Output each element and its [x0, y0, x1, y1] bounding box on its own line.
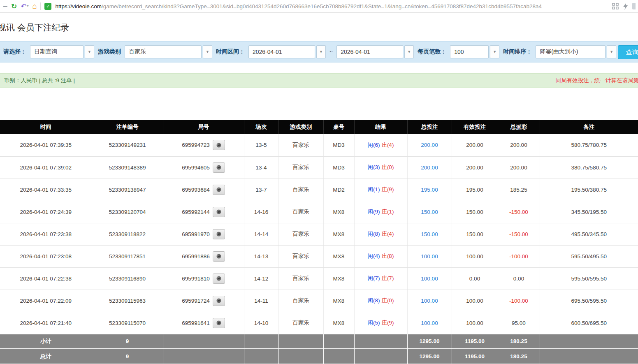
query-type-select[interactable]: 日期查询 ▼: [30, 45, 94, 58]
cell-bet-id: 523309120704: [92, 201, 163, 223]
lightning-icon[interactable]: [623, 3, 628, 10]
game-type-value[interactable]: 百家乐: [125, 45, 202, 58]
total-bet-link[interactable]: 195.00: [421, 187, 438, 193]
cell-table-no: MX8: [323, 312, 354, 334]
total-bet-link[interactable]: 100.00: [421, 276, 438, 282]
result-banker: 庄(4): [381, 231, 394, 237]
cell-payout: -150.00: [498, 223, 540, 245]
round-id-value: 695991810: [182, 276, 210, 282]
cell-table-no: MX8: [323, 223, 354, 245]
video-replay-button[interactable]: [213, 162, 225, 173]
total-bet-link[interactable]: 200.00: [421, 142, 438, 148]
sort-value[interactable]: 降幂(由大到小): [536, 45, 606, 58]
undo-arrow-glyph: ↶: [21, 3, 26, 10]
table-row: 2026-04-01 07:21:40523309115070695991641…: [0, 312, 638, 334]
table-row: 2026-04-01 07:23:38523309118822695991970…: [0, 223, 638, 245]
address-bar[interactable]: https://videoie.com/game/betrecord_searc…: [55, 3, 606, 9]
cell-round-id: 695991886: [163, 245, 244, 267]
col-result: 结果: [354, 120, 407, 134]
cell-payout: -100.00: [498, 290, 540, 312]
cell-session: 14-11: [244, 290, 278, 312]
page-size-value[interactable]: 100: [450, 45, 489, 58]
video-replay-button[interactable]: [213, 229, 225, 239]
video-replay-button[interactable]: [213, 207, 225, 217]
extensions-grid-icon[interactable]: [612, 3, 619, 9]
chevron-down-icon[interactable]: ▼: [404, 45, 414, 58]
cell-time: 2026-04-01 07:33:35: [0, 179, 92, 201]
cell-round-id: 695991724: [163, 290, 244, 312]
cell-payout: 200.00: [498, 156, 540, 179]
chevron-down-icon[interactable]: ▼: [316, 45, 326, 58]
cut-toolbar-icon[interactable]: [632, 3, 636, 9]
video-replay-button[interactable]: [213, 251, 225, 262]
video-replay-button[interactable]: [213, 318, 225, 328]
cell-total-bet: 195.00: [407, 179, 452, 201]
chevron-down-icon[interactable]: ▼: [85, 45, 94, 58]
valid-bet-notice-text: 同局有效投注，统一计算在该局第: [556, 77, 638, 84]
result-player: 闲(3): [368, 164, 380, 170]
table-row: 2026-04-01 07:39:02523309148389695994605…: [0, 156, 638, 179]
total-bet-link[interactable]: 150.00: [421, 209, 438, 215]
cell-total-bet: 200.00: [407, 134, 452, 156]
empty-cell: [278, 334, 323, 349]
cell-round-id: 695993684: [163, 179, 244, 201]
date-to-select[interactable]: 2026-04-01 ▼: [336, 45, 414, 58]
video-icon: [216, 187, 222, 192]
payout-value: -150.00: [509, 231, 528, 237]
summary-bar: 币别：人民币 | 总共 :9 注单 | 同局有效投注，统一计算在该局第: [0, 73, 638, 88]
video-replay-button[interactable]: [213, 185, 225, 195]
chevron-down-icon[interactable]: ▼: [607, 45, 616, 58]
query-type-value[interactable]: 日期查询: [30, 45, 84, 58]
refresh-icon[interactable]: ↻: [11, 3, 17, 10]
total-bet-link[interactable]: 150.00: [421, 231, 438, 237]
chevron-down-icon[interactable]: ▾: [27, 5, 29, 8]
video-icon: [216, 231, 222, 237]
date-range-tilde: ~: [329, 49, 333, 55]
video-icon: [216, 276, 222, 281]
page-size-select[interactable]: 100 ▼: [450, 45, 499, 58]
col-payout: 总派彩: [498, 120, 540, 134]
result-player: 闲(6): [368, 142, 380, 148]
date-from-value[interactable]: 2026-04-01: [248, 45, 315, 58]
cell-valid-bet: 200.00: [452, 156, 498, 179]
total-bet-link[interactable]: 100.00: [421, 253, 438, 260]
date-to-value[interactable]: 2026-04-01: [336, 45, 403, 58]
security-shield-icon[interactable]: ✓: [44, 3, 51, 10]
total-bet-link[interactable]: 200.00: [421, 165, 438, 171]
cell-valid-bet: 150.00: [452, 201, 498, 223]
cell-session: 14-16: [244, 201, 278, 223]
date-from-select[interactable]: 2026-04-01 ▼: [248, 45, 326, 58]
chevron-down-icon[interactable]: ▼: [490, 45, 499, 58]
sort-select[interactable]: 降幂(由大到小) ▼: [536, 45, 616, 58]
empty-cell: [323, 349, 354, 364]
home-icon[interactable]: ⌂: [32, 2, 37, 10]
cell-bet-id: 523309118822: [92, 223, 163, 245]
page-title: 视讯 会员下注纪录: [0, 22, 638, 33]
video-replay-button[interactable]: [213, 296, 225, 306]
game-type-select[interactable]: 百家乐 ▼: [125, 45, 212, 58]
result-player: 闲(8): [368, 297, 380, 304]
empty-cell: [323, 334, 354, 349]
total-bet-link[interactable]: 100.00: [421, 320, 438, 326]
subtotal-payout: 180.25: [498, 334, 540, 349]
cell-payout: -100.00: [498, 245, 540, 267]
cell-table-no: MD3: [323, 156, 354, 179]
total-payout: 180.25: [498, 349, 540, 364]
cell-valid-bet: 150.00: [452, 223, 498, 245]
search-button[interactable]: 查询: [618, 45, 638, 59]
cell-result: 闲(4) 庄(8): [354, 245, 407, 267]
cell-time: 2026-04-01 07:22:38: [0, 267, 92, 290]
subtotal-valid-bet: 1195.00: [452, 334, 498, 349]
undo-icon[interactable]: ↶▾: [21, 3, 28, 10]
video-replay-button[interactable]: [213, 140, 225, 150]
empty-cell: [354, 349, 407, 364]
cell-session: 14-12: [244, 267, 278, 290]
total-bet-link[interactable]: 100.00: [421, 298, 438, 304]
payout-value: 0.00: [513, 276, 524, 282]
payout-value: 185.25: [510, 187, 527, 193]
subtotal-count: 9: [92, 334, 163, 349]
table-footer: 小计 9 1295.00 1195.00 180.25 总计 9 1295.00…: [0, 334, 638, 364]
video-replay-button[interactable]: [213, 274, 225, 284]
cell-table-no: MX8: [323, 245, 354, 267]
chevron-down-icon[interactable]: ▼: [203, 45, 212, 58]
